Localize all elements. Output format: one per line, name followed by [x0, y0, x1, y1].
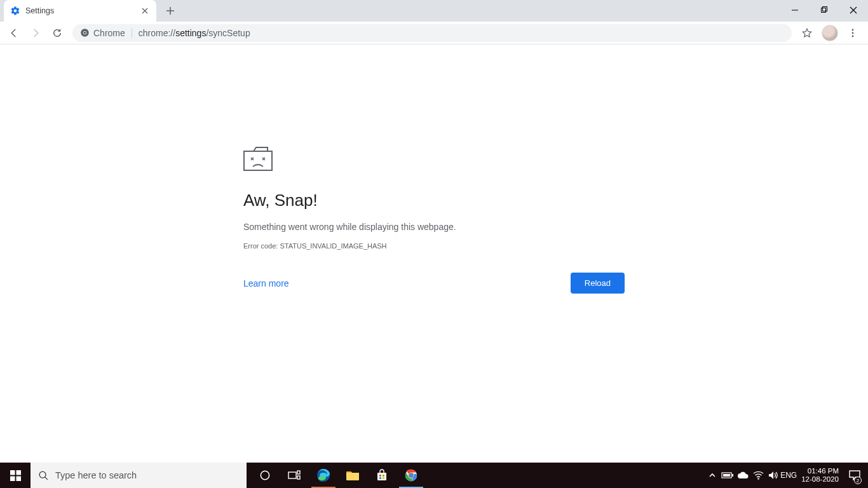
taskbar-clock[interactable]: 01:46 PM 12-08-2020 [796, 467, 844, 484]
notification-badge: 2 [854, 477, 862, 484]
svg-rect-18 [379, 475, 381, 477]
site-info-chip[interactable]: Chrome [80, 28, 125, 38]
url-text: chrome://settings/syncSetup [139, 28, 250, 38]
svg-rect-26 [723, 474, 730, 477]
tray-overflow-icon[interactable] [705, 463, 720, 488]
browser-toolbar: Chrome chrome://settings/syncSetup [0, 22, 868, 44]
search-icon [38, 470, 49, 481]
page-content: Aw, Snap! Something went wrong while dis… [0, 44, 868, 463]
onedrive-icon[interactable] [735, 463, 750, 488]
svg-point-6 [852, 32, 854, 34]
taskbar-search[interactable]: Type here to search [31, 463, 247, 488]
address-divider [132, 28, 132, 38]
svg-point-27 [757, 478, 759, 479]
language-indicator[interactable]: ENG [781, 463, 796, 488]
clock-time: 01:46 PM [801, 467, 839, 475]
battery-icon[interactable] [720, 463, 735, 488]
url-scheme: chrome:// [139, 28, 175, 38]
new-tab-button[interactable] [161, 2, 179, 20]
minimize-button[interactable] [780, 0, 810, 20]
edge-browser-icon[interactable] [309, 463, 338, 488]
sad-folder-icon [243, 146, 625, 172]
svg-point-7 [852, 35, 854, 37]
wifi-icon[interactable] [750, 463, 766, 488]
svg-rect-1 [823, 7, 827, 11]
svg-rect-14 [288, 472, 296, 478]
browser-titlebar: Settings [0, 0, 868, 22]
chrome-taskbar-icon[interactable] [397, 463, 426, 488]
svg-rect-25 [732, 474, 733, 477]
reload-page-button[interactable]: Reload [571, 273, 625, 294]
system-tray: ENG 01:46 PM 12-08-2020 2 [705, 463, 868, 488]
svg-rect-20 [379, 477, 381, 479]
close-tab-icon[interactable] [140, 6, 150, 16]
svg-rect-16 [297, 476, 300, 479]
reload-button[interactable] [47, 23, 67, 43]
svg-point-5 [852, 29, 854, 30]
clock-date: 12-08-2020 [801, 475, 839, 484]
svg-point-23 [409, 473, 413, 477]
window-controls [780, 0, 868, 22]
windows-taskbar: Type here to search ENG 01:46 PM 12-08-2… [0, 463, 868, 488]
forward-button[interactable] [25, 23, 46, 43]
action-center-icon[interactable]: 2 [844, 463, 865, 488]
close-window-button[interactable] [839, 0, 868, 20]
svg-rect-10 [10, 476, 15, 481]
svg-rect-8 [10, 470, 15, 475]
maximize-button[interactable] [810, 0, 839, 20]
svg-rect-15 [297, 471, 300, 474]
gear-icon [10, 6, 20, 16]
taskbar-pinned [250, 463, 426, 488]
tab-title: Settings [25, 6, 54, 15]
error-title: Aw, Snap! [243, 191, 625, 210]
back-button[interactable] [4, 23, 24, 43]
svg-rect-0 [822, 8, 826, 13]
site-chip-label: Chrome [93, 28, 125, 38]
svg-rect-19 [383, 475, 384, 477]
svg-rect-9 [16, 470, 21, 475]
svg-rect-21 [383, 477, 384, 479]
error-code: Error code: STATUS_INVALID_IMAGE_HASH [243, 242, 625, 250]
error-container: Aw, Snap! Something went wrong while dis… [243, 146, 625, 294]
error-actions: Learn more Reload [243, 273, 625, 294]
microsoft-store-icon[interactable] [367, 463, 397, 488]
volume-icon[interactable] [766, 463, 781, 488]
toolbar-right [797, 23, 864, 43]
search-placeholder: Type here to search [55, 470, 137, 480]
file-explorer-icon[interactable] [338, 463, 367, 488]
url-host: settings [175, 28, 206, 38]
browser-tab[interactable]: Settings [4, 0, 156, 22]
chrome-icon [80, 28, 90, 37]
chrome-menu-button[interactable] [843, 23, 863, 43]
task-view-icon[interactable] [280, 463, 309, 488]
address-bar[interactable]: Chrome chrome://settings/syncSetup [72, 24, 792, 42]
start-button[interactable] [0, 463, 31, 488]
bookmark-star-icon[interactable] [797, 23, 817, 43]
profile-avatar[interactable] [820, 23, 840, 43]
svg-point-4 [84, 32, 86, 34]
error-message: Something went wrong while displaying th… [243, 222, 625, 232]
svg-point-13 [261, 471, 269, 479]
cortana-icon[interactable] [250, 463, 280, 488]
url-path: /syncSetup [206, 28, 250, 38]
svg-point-12 [39, 471, 46, 478]
svg-rect-11 [16, 476, 21, 481]
learn-more-link[interactable]: Learn more [243, 278, 289, 288]
